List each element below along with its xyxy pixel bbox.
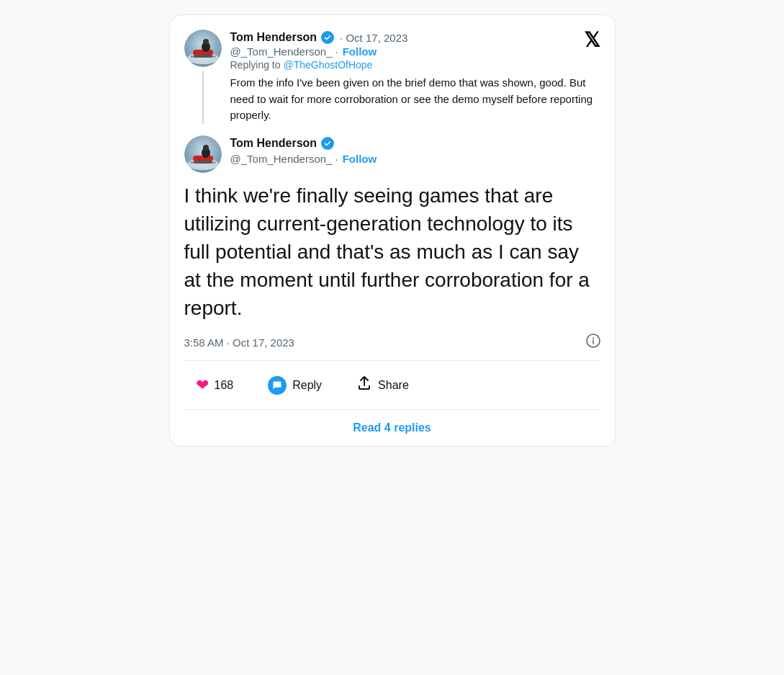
- reply-timestamp: · Oct 17, 2023: [340, 32, 407, 44]
- main-tweet-header: Tom Henderson: [230, 137, 600, 150]
- svg-point-19: [592, 338, 594, 339]
- main-tweet: Tom Henderson @_Tom_Henderson_ · Follow: [184, 135, 600, 173]
- svg-point-13: [203, 145, 209, 151]
- main-dot: ·: [335, 153, 338, 165]
- info-icon[interactable]: [586, 334, 600, 352]
- main-user-name: Tom Henderson: [230, 137, 317, 150]
- tweet-meta: 3:58 AM · Oct 17, 2023: [184, 334, 600, 361]
- share-label: Share: [378, 379, 409, 392]
- heart-icon: ❤: [196, 376, 209, 395]
- reply-tweet-content: Tom Henderson · Oct 17, 2023 @_Tom_Hende…: [230, 30, 600, 124]
- share-action[interactable]: Share: [345, 370, 420, 401]
- reply-verified-badge: [321, 31, 334, 44]
- reply-label: Reply: [292, 379, 322, 392]
- reply-dot: ·: [335, 45, 338, 58]
- thread-line: [202, 71, 204, 124]
- svg-point-4: [203, 39, 209, 45]
- reply-tweet: Tom Henderson · Oct 17, 2023 @_Tom_Hende…: [184, 30, 600, 124]
- reply-follow-button[interactable]: Follow: [343, 45, 377, 58]
- reply-user-name: Tom Henderson: [230, 31, 317, 44]
- main-tweet-body: Tom Henderson @_Tom_Henderson_ · Follow: [230, 135, 600, 173]
- main-tweet-text: I think we're finally seeing games that …: [184, 182, 600, 323]
- share-icon: [356, 375, 372, 395]
- main-follow-button[interactable]: Follow: [343, 153, 377, 165]
- reply-avatar: [184, 30, 222, 67]
- main-handle: @_Tom_Henderson_: [230, 153, 333, 165]
- svg-point-17: [321, 137, 334, 150]
- svg-rect-7: [194, 55, 212, 58]
- tweet-timestamp: 3:58 AM · Oct 17, 2023: [184, 336, 294, 349]
- action-bar: ❤ 168 Reply Share: [184, 361, 600, 410]
- x-logo-icon[interactable]: 𝕏: [584, 28, 600, 52]
- main-verified-badge: [321, 137, 334, 150]
- reply-bubble-icon: [268, 376, 287, 395]
- main-avatar-col: [184, 135, 222, 173]
- reply-handle: @_Tom_Henderson_: [230, 45, 333, 58]
- svg-rect-16: [194, 161, 212, 164]
- reply-avatar-col: [184, 30, 222, 124]
- main-avatar: [184, 135, 222, 173]
- replying-to: Replying to @TheGhostOfHope: [230, 59, 600, 71]
- reply-tweet-header: Tom Henderson · Oct 17, 2023: [230, 31, 600, 44]
- reply-action[interactable]: Reply: [256, 370, 333, 401]
- svg-point-8: [321, 31, 334, 44]
- read-replies-button[interactable]: Read 4 replies: [184, 410, 600, 446]
- reply-tweet-text: From the info I've been given on the bri…: [230, 75, 600, 124]
- like-action[interactable]: ❤ 168: [184, 370, 245, 401]
- tweet-card: 𝕏: [169, 14, 616, 447]
- like-count: 168: [215, 379, 234, 392]
- replying-to-handle: @TheGhostOfHope: [283, 59, 372, 71]
